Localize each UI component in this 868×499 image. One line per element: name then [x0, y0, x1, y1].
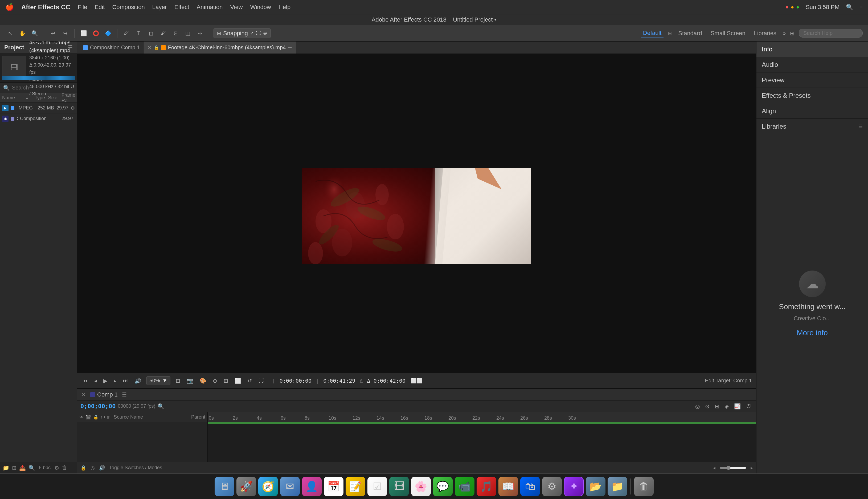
- dock-keynote[interactable]: 🎞: [389, 477, 409, 496]
- file-settings-icon-0[interactable]: ⚙: [71, 105, 75, 111]
- right-panel-info[interactable]: Info: [756, 41, 868, 57]
- window-close[interactable]: ●: [785, 4, 788, 10]
- search-replace-icon[interactable]: 🔍: [28, 465, 35, 471]
- menu-file[interactable]: File: [78, 4, 87, 11]
- viewer-tab-menu-icon[interactable]: ☰: [288, 45, 292, 51]
- viewer-zoom-selector[interactable]: 50% ▼: [146, 376, 170, 385]
- mask-rect-tool[interactable]: ⬜: [79, 28, 88, 38]
- mask-ellipse-tool[interactable]: ⭕: [91, 28, 101, 38]
- dock-mail[interactable]: ✉: [280, 477, 300, 496]
- dock-launchpad[interactable]: 🚀: [236, 477, 256, 496]
- viewer-timecode-current[interactable]: 0:00:00:00: [280, 378, 311, 384]
- new-item-icon[interactable]: ⊞: [12, 465, 16, 471]
- workspace-more-icon[interactable]: »: [783, 30, 786, 36]
- menu-animation[interactable]: Animation: [197, 4, 223, 11]
- bit-depth-settings-icon[interactable]: ⚙: [54, 465, 59, 471]
- clone-tool[interactable]: ⎘: [171, 28, 180, 38]
- dock-trash[interactable]: 🗑: [634, 477, 654, 496]
- tab-footage-close[interactable]: ✕: [147, 45, 151, 51]
- cc-more-info-link[interactable]: More info: [797, 329, 828, 337]
- viewer-fit-btn[interactable]: ⊞: [175, 377, 181, 385]
- viewer-3d-btn[interactable]: ⬜: [233, 377, 242, 385]
- tl-zoom-in-icon[interactable]: ▸: [750, 465, 753, 471]
- zoom-tool[interactable]: 🔍: [30, 28, 39, 38]
- undo-icon[interactable]: ↩: [48, 28, 58, 38]
- menu-view[interactable]: View: [230, 4, 243, 11]
- workspace-standard[interactable]: Standard: [676, 29, 704, 38]
- viewer-to-end-btn[interactable]: ⏭: [122, 377, 129, 385]
- tl-enable-3d[interactable]: ⊞: [713, 402, 721, 410]
- snapping-toggle[interactable]: ⊞ Snapping ✓ ⛶ ⊕: [213, 28, 270, 38]
- viewer-timecode-out[interactable]: 0:00:41:29: [323, 378, 355, 384]
- viewer-prev-frame-btn[interactable]: ◂: [93, 377, 98, 385]
- trash-icon[interactable]: 🗑: [62, 465, 67, 471]
- workspace-default[interactable]: Default: [641, 28, 664, 38]
- viewer-overlay-btn[interactable]: ⊕: [212, 377, 218, 385]
- eraser-tool[interactable]: ◫: [183, 28, 193, 38]
- menu-window[interactable]: Window: [250, 4, 271, 11]
- tl-show-render-time[interactable]: ⏱: [744, 402, 753, 410]
- timeline-search-icon[interactable]: 🔍: [158, 403, 164, 410]
- dock-folder2[interactable]: 📁: [608, 477, 627, 496]
- file-row-0[interactable]: ▶ 4K-Chim....mp4 MPEG 252 MB 29.97 ⚙: [0, 103, 77, 113]
- shape-tool[interactable]: ◻: [146, 28, 156, 38]
- dock-after-effects[interactable]: ✦: [564, 477, 584, 496]
- dock-safari[interactable]: 🧭: [258, 477, 278, 496]
- right-panel-audio[interactable]: Audio: [756, 57, 868, 72]
- menu-edit[interactable]: Edit: [95, 4, 105, 11]
- right-panel-libraries[interactable]: Libraries ☰: [756, 119, 868, 134]
- dock-facetime[interactable]: 📹: [455, 477, 475, 496]
- menu-composition[interactable]: Composition: [112, 4, 145, 11]
- tl-solo-icon[interactable]: ◎: [90, 465, 95, 471]
- help-search-input[interactable]: [799, 29, 863, 38]
- viewer-grid-btn[interactable]: ⊞: [223, 377, 229, 385]
- tl-lock-icon[interactable]: 🔒: [81, 465, 86, 471]
- workspace-smallscreen[interactable]: Small Screen: [709, 29, 748, 38]
- timeline-timecode[interactable]: 0;00;00;00: [81, 403, 115, 410]
- dock-appstore[interactable]: 🛍: [520, 477, 540, 496]
- hand-tool[interactable]: ✋: [17, 28, 27, 38]
- menu-layer[interactable]: Layer: [152, 4, 167, 11]
- dock-finder[interactable]: 🖥: [215, 477, 234, 496]
- timeline-tab-menu[interactable]: ☰: [122, 391, 127, 398]
- import-icon[interactable]: 📥: [19, 465, 26, 471]
- dock-music[interactable]: 🎵: [477, 477, 496, 496]
- tl-work-area-bar[interactable]: [208, 422, 756, 424]
- window-maximize[interactable]: ●: [796, 4, 799, 10]
- puppet-tool[interactable]: ⊹: [195, 28, 205, 38]
- right-panel-preview[interactable]: Preview: [756, 72, 868, 88]
- tl-audio-icon[interactable]: 🔊: [99, 465, 105, 471]
- menu-effect[interactable]: Effect: [174, 4, 189, 11]
- viewer-fullscreen-btn[interactable]: ⛶: [257, 377, 265, 385]
- dock-photos[interactable]: 🌸: [411, 477, 431, 496]
- tl-zoom-out-icon[interactable]: ◂: [713, 465, 716, 471]
- tl-zoom-slider[interactable]: [720, 466, 746, 470]
- text-tool[interactable]: T: [134, 28, 144, 38]
- search-icon[interactable]: 🔍: [846, 4, 853, 11]
- tl-enable-motion-blur[interactable]: ◎: [694, 402, 701, 410]
- viewer-snapshot-btn[interactable]: 📷: [186, 377, 194, 385]
- viewer-play-btn[interactable]: ▶: [102, 377, 108, 385]
- tl-time-ruler[interactable]: 0s2s4s6s8s10s12s14s16s18s20s22s24s26s28s…: [208, 412, 756, 422]
- close-timeline-icon[interactable]: ✕: [82, 391, 86, 398]
- right-panel-effects[interactable]: Effects & Presets: [756, 88, 868, 103]
- comp-tab[interactable]: Comp 1: [90, 391, 118, 398]
- dock-calendar[interactable]: 📅: [324, 477, 343, 496]
- viewer-next-frame-btn[interactable]: ▸: [113, 377, 118, 385]
- libraries-menu-icon[interactable]: ☰: [858, 124, 863, 130]
- workspace-panel-icon[interactable]: ⊞: [790, 30, 795, 36]
- dock-contacts[interactable]: 👤: [302, 477, 322, 496]
- tl-enable-frame-blending[interactable]: ⊙: [704, 402, 711, 410]
- dock-system-prefs[interactable]: ⚙: [542, 477, 562, 496]
- viewer-tab-comp[interactable]: Composition Comp 1: [80, 41, 144, 53]
- file-row-1[interactable]: ◉ Comp 1 Composition 29.97: [0, 113, 77, 124]
- paint-tool[interactable]: 🖌: [158, 28, 168, 38]
- pen-tool[interactable]: 🖊: [122, 28, 131, 38]
- dock-reminders[interactable]: ☑: [367, 477, 387, 496]
- mask-poly-tool[interactable]: 🔷: [103, 28, 113, 38]
- tl-draft-mode[interactable]: ◈: [723, 402, 730, 410]
- viewer-audio-btn[interactable]: 🔊: [133, 377, 142, 385]
- tl-toggle-label[interactable]: Toggle Switches / Modes: [109, 465, 162, 471]
- viewer-reset-btn[interactable]: ↺: [246, 377, 253, 385]
- dock-folder1[interactable]: 📂: [586, 477, 606, 496]
